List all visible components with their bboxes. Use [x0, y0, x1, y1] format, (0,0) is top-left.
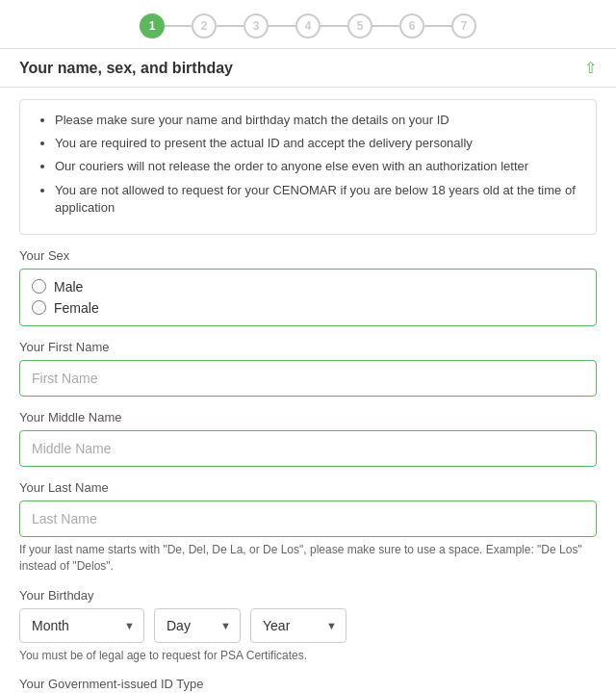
- sex-male-radio[interactable]: [32, 279, 46, 294]
- info-item-4: You are not allowed to request for your …: [55, 182, 580, 217]
- info-item-1: Please make sure your name and birthday …: [55, 112, 580, 129]
- month-select[interactable]: Month January February March April May J…: [19, 608, 144, 643]
- form-section: Your Sex Male Female Your First Name You…: [0, 248, 616, 693]
- step-line-2: [217, 25, 244, 27]
- collapse-icon[interactable]: ⇧: [584, 59, 597, 77]
- last-name-hint: If your last name starts with "De, Del, …: [19, 542, 597, 575]
- info-box: Please make sure your name and birthday …: [19, 99, 597, 235]
- year-select[interactable]: Year for(let y=2005;y>=1900;y--) documen…: [250, 608, 346, 643]
- step-line-6: [424, 25, 451, 27]
- info-item-3: Our couriers will not release the order …: [55, 158, 580, 175]
- step-line-5: [372, 25, 399, 27]
- first-name-block: Your First Name: [19, 340, 597, 397]
- info-list: Please make sure your name and birthday …: [36, 112, 580, 217]
- step-6: 6: [399, 13, 424, 38]
- step-3: 3: [244, 13, 269, 38]
- section-header: Your name, sex, and birthday ⇧: [0, 48, 616, 88]
- step-2: 2: [192, 13, 217, 38]
- birthday-label: Your Birthday: [19, 588, 597, 603]
- year-wrapper: Year for(let y=2005;y>=1900;y--) documen…: [250, 608, 346, 643]
- sex-female-label: Female: [54, 300, 99, 316]
- sex-radio-group: Male Female: [19, 269, 597, 326]
- step-indicator: 1 2 3 4 5 6 7: [0, 0, 616, 48]
- step-line-3: [269, 25, 295, 27]
- info-item-2: You are required to present the actual I…: [55, 135, 580, 152]
- step-line-4: [321, 25, 347, 27]
- step-7: 7: [451, 13, 476, 38]
- sex-label: Your Sex: [19, 248, 597, 263]
- sex-male-label: Male: [54, 279, 83, 295]
- last-name-input[interactable]: [19, 500, 597, 537]
- day-wrapper: Day for(let i=1;i<=31;i++) document.writ…: [154, 608, 241, 643]
- birthday-row: Month January February March April May J…: [19, 608, 597, 643]
- first-name-input[interactable]: [19, 360, 597, 397]
- first-name-label: Your First Name: [19, 340, 597, 354]
- sex-male-option[interactable]: Male: [32, 279, 584, 295]
- step-4: 4: [295, 13, 321, 38]
- middle-name-input[interactable]: [19, 430, 597, 467]
- middle-name-block: Your Middle Name: [19, 410, 597, 467]
- step-line-1: [165, 25, 192, 27]
- sex-female-option[interactable]: Female: [32, 300, 584, 316]
- section-title: Your name, sex, and birthday: [19, 60, 233, 77]
- step-5: 5: [347, 13, 372, 38]
- id-type-block: Your Government-issued ID Type - Select …: [19, 677, 597, 693]
- last-name-block: Your Last Name If your last name starts …: [19, 480, 597, 575]
- birthday-hint: You must be of legal age to request for …: [19, 648, 597, 664]
- middle-name-label: Your Middle Name: [19, 410, 597, 424]
- last-name-label: Your Last Name: [19, 480, 597, 495]
- step-1: 1: [140, 13, 165, 38]
- month-wrapper: Month January February March April May J…: [19, 608, 144, 643]
- id-type-label: Your Government-issued ID Type: [19, 677, 597, 691]
- sex-female-radio[interactable]: [32, 300, 46, 315]
- day-select[interactable]: Day for(let i=1;i<=31;i++) document.writ…: [154, 608, 241, 643]
- sex-field-block: Your Sex Male Female: [19, 248, 597, 326]
- birthday-block: Your Birthday Month January February Mar…: [19, 588, 597, 664]
